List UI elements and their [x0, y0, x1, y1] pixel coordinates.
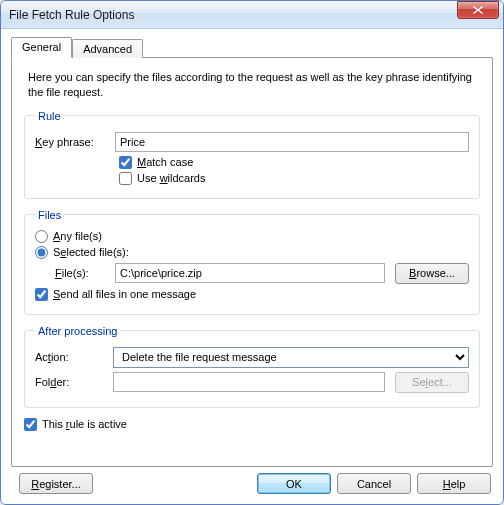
- close-button[interactable]: [457, 1, 499, 19]
- use-wildcards-label: Use wildcards: [137, 172, 205, 184]
- selected-files-radio[interactable]: [35, 246, 48, 259]
- any-files-radio[interactable]: [35, 230, 48, 243]
- tabstrip: General Advanced: [11, 37, 493, 58]
- key-phrase-input[interactable]: [115, 132, 469, 152]
- group-after-legend: After processing: [35, 325, 120, 337]
- group-files: Files Any file(s) Selected file(s): File…: [24, 209, 480, 315]
- files-path-label: File(s):: [55, 267, 115, 279]
- use-wildcards-checkbox[interactable]: [119, 172, 132, 185]
- send-all-checkbox[interactable]: [35, 288, 48, 301]
- any-files-label: Any file(s): [53, 230, 102, 242]
- action-select[interactable]: Delete the file request message: [113, 347, 469, 368]
- rule-active-label: This rule is active: [42, 418, 127, 430]
- group-after: After processing Action: Delete the file…: [24, 325, 480, 408]
- select-folder-button: Select...: [395, 372, 469, 393]
- close-icon: [473, 6, 483, 14]
- titlebar: File Fetch Rule Options: [1, 1, 503, 29]
- tab-general[interactable]: General: [11, 37, 72, 58]
- register-button[interactable]: Register...: [19, 473, 93, 494]
- match-case-checkbox[interactable]: [119, 156, 132, 169]
- ok-button[interactable]: OK: [257, 473, 331, 494]
- selected-files-label: Selected file(s):: [53, 246, 129, 258]
- group-files-legend: Files: [35, 209, 64, 221]
- intro-text: Here you can specify the files according…: [28, 70, 480, 100]
- folder-input: [113, 372, 385, 392]
- help-button[interactable]: Help: [417, 473, 491, 494]
- client-area: General Advanced Here you can specify th…: [1, 29, 503, 504]
- tab-advanced[interactable]: Advanced: [72, 39, 143, 58]
- cancel-button[interactable]: Cancel: [337, 473, 411, 494]
- rule-active-checkbox[interactable]: [24, 418, 37, 431]
- action-label: Action:: [35, 351, 113, 363]
- browse-button[interactable]: Browse...: [395, 263, 469, 284]
- dialog-window: File Fetch Rule Options General Advanced…: [0, 0, 504, 505]
- window-title: File Fetch Rule Options: [9, 8, 457, 22]
- group-rule-legend: Rule: [35, 110, 64, 122]
- key-phrase-label: Key phrase:: [35, 136, 115, 148]
- files-path-input[interactable]: [115, 263, 385, 283]
- folder-label: Folder:: [35, 376, 113, 388]
- tab-panel-general: Here you can specify the files according…: [11, 57, 493, 467]
- send-all-label: Send all files in one message: [53, 288, 196, 300]
- match-case-label: Match case: [137, 156, 193, 168]
- footer: Register... OK Cancel Help: [11, 467, 493, 494]
- group-rule: Rule Key phrase: Match case Use wildcard…: [24, 110, 480, 199]
